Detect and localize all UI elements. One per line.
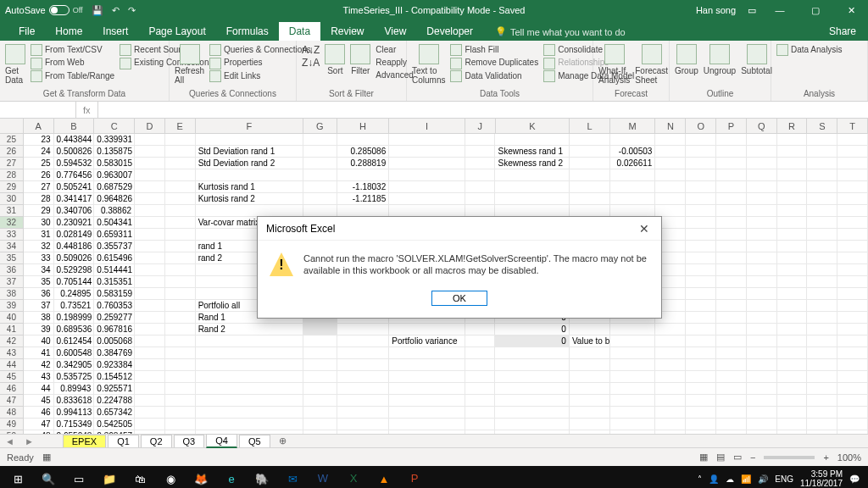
cell[interactable]: 0.542505 — [94, 419, 135, 430]
task-view-icon[interactable]: ▭ — [64, 467, 93, 488]
cell[interactable] — [389, 205, 465, 217]
cell[interactable] — [777, 146, 808, 158]
tab-insert[interactable]: Insert — [92, 22, 138, 41]
vlc-icon[interactable]: ▲ — [370, 467, 398, 488]
cell[interactable] — [686, 347, 716, 359]
cell[interactable] — [777, 217, 808, 229]
sheet-nav-next-icon[interactable]: ► — [19, 436, 39, 446]
cell[interactable] — [303, 395, 337, 407]
cell[interactable] — [807, 324, 837, 336]
cell[interactable]: 34 — [24, 264, 54, 276]
cell[interactable]: 0.500826 — [54, 146, 95, 158]
cell[interactable] — [465, 169, 496, 181]
cell[interactable] — [837, 146, 868, 158]
cell[interactable] — [165, 359, 196, 371]
cell[interactable] — [337, 407, 390, 419]
remove-duplicates[interactable]: Remove Duplicates — [450, 57, 538, 69]
cell[interactable] — [777, 371, 808, 383]
cell[interactable] — [807, 229, 837, 241]
add-sheet-button[interactable]: ⊕ — [272, 435, 293, 446]
cell[interactable] — [807, 205, 837, 217]
cell[interactable] — [303, 347, 337, 359]
cell[interactable]: 0.963007 — [94, 169, 135, 181]
cell[interactable] — [686, 241, 716, 252]
cell[interactable] — [495, 205, 569, 217]
cell[interactable] — [807, 407, 837, 419]
cell[interactable] — [135, 217, 165, 229]
cell[interactable]: Skewness rand 2 — [495, 158, 569, 169]
row-header[interactable]: 43 — [0, 347, 24, 359]
cell[interactable] — [196, 407, 303, 419]
cell[interactable]: 0.583159 — [94, 288, 135, 300]
sort-button[interactable]: Sort — [325, 44, 345, 75]
sheet-tab-q3[interactable]: Q3 — [174, 435, 205, 447]
cell[interactable] — [196, 169, 303, 181]
cell[interactable] — [747, 276, 777, 288]
cell[interactable] — [807, 252, 837, 264]
tell-me[interactable]: 💡 Tell me what you want to do — [488, 23, 632, 41]
cell[interactable] — [837, 241, 868, 252]
cell[interactable] — [686, 252, 716, 264]
cell[interactable] — [807, 169, 837, 181]
cell[interactable] — [570, 193, 610, 205]
cell[interactable] — [837, 395, 868, 407]
cell[interactable] — [389, 395, 465, 407]
cell[interactable] — [777, 383, 808, 395]
cell[interactable]: 0.504341 — [94, 217, 135, 229]
cell[interactable] — [686, 169, 716, 181]
cell[interactable] — [807, 217, 837, 229]
cell[interactable]: -1.21185 — [337, 193, 390, 205]
cell[interactable] — [747, 205, 777, 217]
cell[interactable] — [337, 134, 390, 146]
cell[interactable] — [389, 324, 465, 336]
cell[interactable]: 31 — [24, 229, 54, 241]
cell[interactable] — [196, 419, 303, 430]
cell[interactable] — [135, 241, 165, 252]
cell[interactable]: 0.285086 — [337, 146, 390, 158]
column-header[interactable]: Q — [747, 119, 777, 133]
cell[interactable] — [337, 430, 390, 434]
cell[interactable] — [747, 395, 777, 407]
cell[interactable]: 32 — [24, 241, 54, 252]
cell[interactable] — [747, 181, 777, 193]
edit-links[interactable]: Edit Links — [209, 70, 311, 82]
cell[interactable] — [610, 324, 656, 336]
column-header[interactable]: N — [655, 119, 686, 133]
cell[interactable] — [389, 169, 465, 181]
cell[interactable] — [655, 336, 686, 347]
row-header[interactable]: 25 — [0, 134, 24, 146]
cell[interactable] — [165, 430, 196, 434]
cell[interactable]: 0.529298 — [54, 264, 95, 276]
cell[interactable] — [686, 430, 716, 434]
cell[interactable] — [165, 300, 196, 312]
cell[interactable] — [837, 205, 868, 217]
cell[interactable] — [135, 264, 165, 276]
cell[interactable]: 39 — [24, 324, 54, 336]
cell[interactable] — [686, 300, 716, 312]
data-analysis[interactable]: Data Analysis — [776, 44, 843, 56]
cell[interactable] — [807, 336, 837, 347]
cell[interactable]: 0.600548 — [54, 347, 95, 359]
cell[interactable] — [135, 359, 165, 371]
cell[interactable] — [716, 146, 747, 158]
user-name[interactable]: Han song — [696, 5, 736, 15]
cell[interactable] — [337, 383, 390, 395]
row-header[interactable]: 45 — [0, 371, 24, 383]
flash-fill[interactable]: Flash Fill — [450, 44, 538, 56]
cell[interactable] — [465, 419, 496, 430]
cell[interactable] — [135, 205, 165, 217]
cell[interactable] — [837, 430, 868, 434]
cell[interactable] — [807, 371, 837, 383]
cell[interactable] — [837, 300, 868, 312]
sheet-tab-q5[interactable]: Q5 — [239, 435, 270, 447]
cell[interactable] — [777, 169, 808, 181]
cell[interactable] — [165, 229, 196, 241]
cell[interactable] — [165, 217, 196, 229]
cell[interactable] — [716, 312, 747, 324]
sheet-tab-q1[interactable]: Q1 — [108, 435, 139, 447]
cell[interactable] — [465, 359, 496, 371]
cell[interactable] — [165, 383, 196, 395]
cell[interactable] — [135, 300, 165, 312]
cell[interactable] — [135, 158, 165, 169]
cell[interactable] — [807, 158, 837, 169]
